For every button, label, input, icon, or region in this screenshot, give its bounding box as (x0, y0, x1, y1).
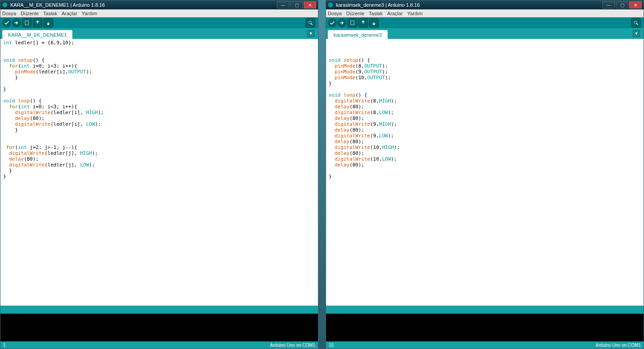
tabbar: KARA__M_EK_DENEME1 ▼ (0, 28, 318, 39)
new-button[interactable] (347, 18, 357, 28)
window-buttons: — ▢ ✕ (276, 1, 316, 9)
save-button[interactable] (369, 18, 379, 28)
open-button[interactable] (33, 18, 42, 28)
serial-monitor-button[interactable] (631, 18, 641, 28)
toolbar (326, 17, 644, 28)
titlebar[interactable]: KARA__M_EK_DENEME1 | Arduino 1.8.16 — ▢ … (0, 0, 318, 9)
status-board: Arduino Uno on COM1 (596, 343, 641, 348)
status-line: 15 (329, 343, 334, 348)
sketch-tab[interactable]: karasimsek_deneme3 (328, 30, 388, 39)
statusbar: 15 Arduino Uno on COM1 (326, 341, 644, 349)
upload-button[interactable] (338, 18, 347, 27)
console[interactable] (326, 314, 644, 341)
arduino-logo-icon (2, 2, 8, 8)
menu-araclar[interactable]: Araçlar (62, 11, 77, 16)
tab-dropdown-icon[interactable]: ▼ (307, 30, 314, 37)
serial-monitor-button[interactable] (305, 18, 315, 28)
verify-button[interactable] (2, 18, 11, 27)
menu-duzenle[interactable]: Düzenle (21, 11, 38, 16)
new-button[interactable] (22, 18, 32, 28)
menu-yardim[interactable]: Yardım (82, 11, 97, 16)
arduino-logo-icon (328, 2, 333, 8)
menu-yardim[interactable]: Yardım (407, 11, 423, 16)
arduino-window-2: karasimsek_deneme3 | Arduino 1.8.16 — ▢ … (326, 0, 644, 349)
menubar: Dosya Düzenle Taslak Araçlar Yardım (0, 9, 318, 17)
window-title: KARA__M_EK_DENEME1 | Arduino 1.8.16 (10, 2, 276, 8)
menu-taslak[interactable]: Taslak (43, 11, 57, 16)
minimize-button[interactable]: — (602, 1, 615, 9)
menubar: Dosya Düzenle Taslak Araçlar Yardım (326, 9, 644, 17)
upload-button[interactable] (12, 18, 21, 27)
menu-dosya[interactable]: Dosya (328, 11, 342, 16)
titlebar[interactable]: karasimsek_deneme3 | Arduino 1.8.16 — ▢ … (326, 0, 644, 9)
svg-point-1 (309, 21, 311, 24)
code-editor[interactable]: int ledler[] = {8,9,10}; void setup() { … (0, 39, 318, 307)
statusbar: 1 Arduino Uno on COM1 (0, 341, 318, 349)
console[interactable] (0, 314, 318, 341)
menu-duzenle[interactable]: Düzenle (346, 11, 364, 16)
maximize-button[interactable]: ▢ (616, 1, 628, 9)
maximize-button[interactable]: ▢ (290, 1, 303, 9)
verify-button[interactable] (328, 18, 337, 27)
svg-point-3 (634, 21, 637, 24)
sketch-tab[interactable]: KARA__M_EK_DENEME1 (2, 30, 72, 39)
open-button[interactable] (358, 18, 368, 28)
save-button[interactable] (43, 18, 53, 28)
tab-dropdown-icon[interactable]: ▼ (633, 30, 640, 37)
close-button[interactable]: ✕ (629, 1, 642, 9)
svg-rect-2 (351, 21, 354, 25)
menu-dosya[interactable]: Dosya (2, 11, 16, 16)
window-buttons: — ▢ ✕ (602, 1, 642, 9)
message-bar (326, 307, 644, 314)
minimize-button[interactable]: — (277, 1, 289, 9)
window-title: karasimsek_deneme3 | Arduino 1.8.16 (336, 2, 602, 8)
desktop-gap (318, 0, 326, 349)
menu-araclar[interactable]: Araçlar (387, 11, 403, 16)
tabbar: karasimsek_deneme3 ▼ (326, 28, 644, 39)
svg-rect-0 (25, 21, 29, 25)
code-editor[interactable]: void setup() { pinMode(8,OUTPUT); pinMod… (326, 39, 644, 307)
close-button[interactable]: ✕ (304, 1, 316, 9)
status-line: 1 (3, 343, 6, 348)
toolbar (0, 17, 318, 28)
status-board: Arduino Uno on COM1 (270, 343, 315, 348)
menu-taslak[interactable]: Taslak (369, 11, 383, 16)
arduino-window-1: KARA__M_EK_DENEME1 | Arduino 1.8.16 — ▢ … (0, 0, 318, 349)
message-bar (0, 307, 318, 314)
